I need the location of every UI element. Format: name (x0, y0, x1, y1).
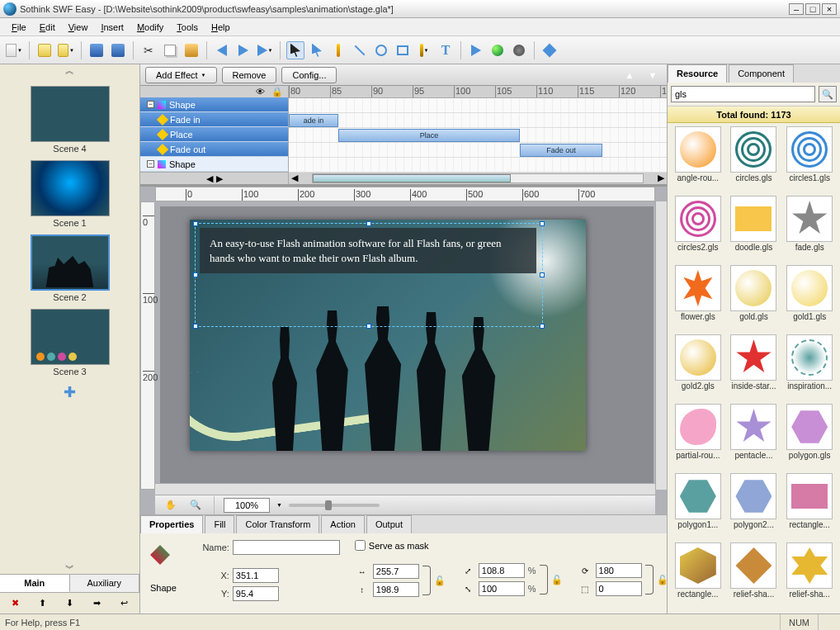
brush-tool[interactable] (329, 41, 347, 59)
visibility-icon[interactable]: 👁 (256, 87, 265, 97)
resource-item[interactable]: rectangle... (782, 473, 837, 541)
size-lock[interactable]: 🔓 (434, 576, 446, 586)
expand-all-icon[interactable]: ◀ (206, 173, 213, 184)
scene-thumb[interactable] (31, 309, 110, 365)
resource-item[interactable]: gold.gls (727, 265, 781, 333)
scaley-input[interactable] (479, 581, 525, 596)
zoom-tool[interactable]: 🔍 (186, 496, 205, 514)
resource-item[interactable]: polygon2... (727, 473, 781, 541)
resource-item[interactable]: polygon1... (671, 473, 725, 541)
scale-lock[interactable]: 🔓 (551, 575, 563, 585)
collapse-all-icon[interactable]: ▶ (216, 173, 223, 184)
scene-back-button[interactable]: ↩ (117, 596, 132, 611)
search-button[interactable]: 🔍 (819, 86, 837, 102)
scenes-scroll-up[interactable]: ︽ (0, 64, 139, 76)
timeline-hscroll[interactable]: ◀▶ (289, 173, 667, 184)
canvas-vscroll[interactable] (655, 201, 667, 490)
new-button[interactable]: ▼ (5, 41, 23, 59)
props-tab-action[interactable]: Action (321, 515, 365, 533)
config-effect-button[interactable]: Config... (281, 67, 337, 83)
resource-item[interactable]: polygon.gls (782, 404, 837, 471)
resource-item[interactable]: inside-star... (727, 334, 781, 402)
name-input[interactable] (233, 540, 340, 555)
resource-item[interactable]: relief-sha... (782, 542, 837, 610)
scene-forward-button[interactable]: ➡ (90, 596, 105, 611)
scene-thumb[interactable] (31, 160, 110, 216)
timeline-clip[interactable]: Place (338, 129, 520, 142)
tab-resource[interactable]: Resource (668, 64, 727, 83)
menu-file[interactable]: File (5, 20, 33, 35)
add-scene-button[interactable]: ✚ (0, 383, 139, 401)
props-tab-color-transform[interactable]: Color Transform (236, 515, 319, 533)
scene-thumb[interactable] (31, 86, 110, 142)
resource-item[interactable]: flower.gls (671, 265, 725, 333)
select-tool[interactable] (286, 41, 304, 59)
menu-modify[interactable]: Modify (130, 20, 170, 35)
props-tab-fill[interactable]: Fill (205, 515, 234, 533)
serve-as-mask-checkbox[interactable] (355, 540, 366, 551)
stage-viewport[interactable]: An easy-to-use Flash animation software … (160, 206, 654, 488)
resource-item[interactable]: circles2.gls (671, 196, 725, 263)
resource-item[interactable]: fade.gls (782, 196, 837, 263)
menu-help[interactable]: Help (205, 20, 237, 35)
lock-icon[interactable]: 🔒 (271, 87, 283, 97)
menu-view[interactable]: View (62, 20, 95, 35)
layer-down-button[interactable]: ▼ (644, 66, 662, 84)
stage[interactable]: An easy-to-use Flash animation software … (190, 220, 586, 451)
tab-component[interactable]: Component (729, 64, 794, 83)
pen-tool[interactable]: ▼ (415, 41, 433, 59)
resource-item[interactable]: angle-rou... (671, 126, 725, 194)
canvas-hscroll[interactable] (155, 483, 655, 495)
zoom-slider[interactable] (289, 504, 380, 507)
rot-lock[interactable]: 🔓 (657, 575, 667, 585)
resource-item[interactable]: pentacle... (727, 404, 781, 471)
cut-button[interactable]: ✂ (139, 41, 158, 59)
height-input[interactable] (373, 582, 419, 597)
resource-search-input[interactable] (671, 86, 815, 102)
maximize-button[interactable]: □ (805, 3, 820, 15)
timeline-layer[interactable]: −Shape (140, 97, 288, 112)
menu-edit[interactable]: Edit (33, 20, 62, 35)
scene-thumb[interactable] (31, 234, 110, 291)
selection-outline[interactable] (195, 223, 543, 327)
resource-item[interactable]: relief-sha... (727, 542, 781, 610)
props-tab-properties[interactable]: Properties (140, 515, 203, 533)
line-tool[interactable] (351, 41, 369, 59)
redo-button[interactable] (234, 41, 252, 59)
hand-tool[interactable]: ✋ (162, 496, 180, 514)
scenes-scroll-down[interactable]: ︾ (0, 562, 139, 574)
expand-icon[interactable]: − (147, 101, 154, 108)
rotate-input[interactable] (596, 563, 642, 578)
save-button[interactable] (87, 41, 106, 59)
x-input[interactable] (233, 568, 279, 583)
resource-item[interactable]: rectangle... (671, 542, 725, 610)
add-effect-button[interactable]: Add Effect▼ (145, 67, 217, 83)
redo-menu-button[interactable]: ▼ (256, 41, 274, 59)
preview-button[interactable] (488, 41, 507, 59)
resource-item[interactable]: gold1.gls (782, 265, 837, 333)
rect-tool[interactable] (394, 41, 412, 59)
timeline-ruler[interactable]: 80859095100105110115120125 (289, 86, 667, 98)
text-tool[interactable]: T (437, 41, 455, 59)
open-recent-button[interactable]: ▼ (57, 41, 75, 59)
y-input[interactable] (233, 586, 279, 601)
scene-delete-button[interactable]: ✖ (8, 596, 23, 611)
publish-button[interactable] (510, 41, 528, 59)
resource-item[interactable]: inspiration... (782, 334, 837, 402)
copy-button[interactable] (161, 41, 179, 59)
open-button[interactable] (35, 41, 54, 59)
undo-button[interactable] (213, 41, 231, 59)
subselect-tool[interactable] (308, 41, 326, 59)
minimize-button[interactable]: – (789, 3, 804, 15)
timeline-layer[interactable]: Fade in (140, 112, 288, 127)
resource-item[interactable]: circles1.gls (782, 126, 837, 194)
save-all-button[interactable] (109, 41, 127, 59)
width-input[interactable] (373, 564, 419, 579)
scenes-tab-auxiliary[interactable]: Auxiliary (70, 575, 140, 592)
scalex-input[interactable] (479, 563, 525, 578)
scene-move-up-button[interactable]: ⬆ (35, 596, 50, 611)
menu-insert[interactable]: Insert (94, 20, 130, 35)
timeline-clip[interactable]: Fade out (520, 144, 602, 157)
paste-button[interactable] (182, 41, 201, 59)
remove-effect-button[interactable]: Remove (222, 67, 277, 83)
